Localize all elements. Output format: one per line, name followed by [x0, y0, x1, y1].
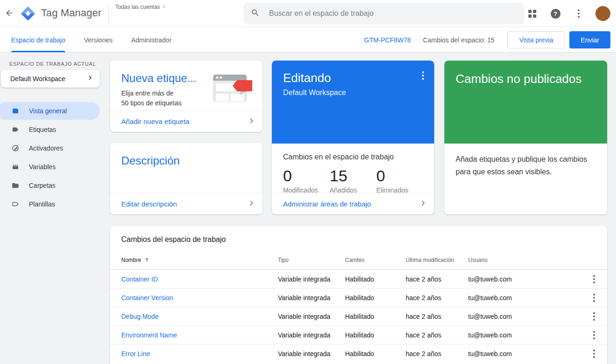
kebab-menu-icon	[593, 294, 595, 302]
chevron-right-icon	[248, 117, 255, 126]
row-user: tu@tuweb.com	[468, 313, 581, 320]
row-change: Habilitado	[345, 275, 406, 283]
unpublished-title: Cambios no publicados	[456, 72, 596, 86]
tag-icon	[11, 125, 20, 134]
row-menu-button[interactable]	[588, 310, 601, 323]
manage-workspaces-action[interactable]: Administrar áreas de trabajo	[272, 193, 434, 214]
unpublished-body-text: Añada etiquetas y publique los cambios p…	[456, 153, 595, 178]
table-row: Environment Name Variable integrada Habi…	[110, 326, 607, 344]
row-name-link[interactable]: Debug Mode	[121, 313, 278, 320]
row-modified: hace 2 años	[406, 294, 468, 302]
workspace-selector[interactable]: Default Workspace	[1, 70, 100, 88]
workspace-name: Default Workspace	[10, 75, 87, 82]
row-name-link[interactable]: Container Version	[121, 294, 278, 302]
sidebar-nav: Vista general Etiquetas Activadores	[0, 102, 100, 213]
sidebar: ESPACIO DE TRABAJO ACTUAL Default Worksp…	[0, 53, 110, 364]
row-type: Variable integrada	[278, 350, 345, 357]
row-name-link[interactable]: Container ID	[121, 275, 278, 283]
sidebar-item-variables[interactable]: Variables	[0, 158, 100, 176]
column-header-nombre[interactable]: Nombre	[121, 257, 278, 264]
kebab-menu-icon	[593, 331, 595, 339]
folder-icon	[11, 181, 20, 190]
manage-workspaces-label: Administrar áreas de trabajo	[283, 200, 419, 208]
user-avatar[interactable]	[595, 6, 610, 21]
row-type: Variable integrada	[278, 294, 345, 302]
workspace-search[interactable]	[243, 3, 524, 24]
gtm-page: Tag Manager Todas las cuentas	[0, 0, 616, 364]
sidebar-item-plantillas[interactable]: Plantillas	[0, 195, 100, 213]
tabs: Espacio de trabajo Versiones Administrad…	[0, 27, 181, 52]
page-body: ESPACIO DE TRABAJO ACTUAL Default Worksp…	[0, 53, 616, 364]
tag-illustration-icon	[213, 73, 252, 103]
add-new-tag-action[interactable]: Añadir nueva etiqueta	[110, 110, 263, 132]
overview-icon	[11, 107, 20, 115]
submit-button[interactable]: Enviar	[569, 31, 610, 48]
row-menu-button[interactable]	[588, 329, 601, 342]
workspace-changes-count: Cambios del espacio: 15	[423, 36, 494, 44]
column-header-ultima-modificacion[interactable]: Última modificación	[406, 257, 468, 263]
sidebar-item-activadores[interactable]: Activadores	[0, 139, 100, 157]
editing-workspace-name: Default Workspace	[283, 89, 427, 97]
back-button[interactable]	[0, 4, 19, 23]
column-header-cambio[interactable]: Cambio	[345, 257, 406, 263]
apps-grid-button[interactable]	[526, 7, 539, 20]
row-menu-button[interactable]	[588, 347, 601, 360]
row-user: tu@tuweb.com	[468, 275, 581, 283]
row-modified: hace 2 años	[406, 275, 468, 283]
editing-card: Editando Default Workspace Cambios en el…	[272, 61, 434, 214]
column-header-tipo[interactable]: Tipo	[278, 257, 345, 263]
row-name-link[interactable]: Environment Name	[121, 331, 278, 339]
row-menu-button[interactable]	[588, 291, 601, 304]
unpublished-card-body: Añada etiquetas y publique los cambios p…	[444, 144, 607, 214]
more-options-button[interactable]	[572, 7, 585, 20]
breadcrumb[interactable]: Todas las cuentas	[115, 4, 166, 10]
row-menu-button[interactable]	[588, 273, 601, 286]
tab-espacio-de-trabajo[interactable]: Espacio de trabajo	[11, 27, 75, 52]
table-header-row: Nombre Tipo Cambio Última modificación U…	[110, 251, 607, 270]
sidebar-item-vista-general[interactable]: Vista general	[0, 102, 100, 120]
new-tag-card: Nueva etique... Elija entre más de 50 ti…	[110, 61, 263, 132]
stat-eliminados: 0 Eliminados	[376, 167, 423, 194]
preview-button[interactable]: Vista previa	[507, 31, 565, 48]
row-modified: hace 2 años	[406, 350, 468, 357]
search-icon	[251, 8, 260, 19]
row-change: Habilitado	[345, 294, 406, 302]
table-row: Container ID Variable integrada Habilita…	[110, 270, 607, 288]
help-icon	[551, 9, 561, 19]
sidebar-item-etiquetas[interactable]: Etiquetas	[0, 121, 100, 138]
workspace-changes-stats: Cambios en el espacio de trabajo 0 Modif…	[272, 144, 434, 193]
edit-description-label: Editar descripción	[121, 200, 248, 208]
help-button[interactable]	[549, 7, 562, 20]
breadcrumb-label: Todas las cuentas	[115, 4, 160, 10]
container-id-link[interactable]: GTM-PCF8W78	[364, 36, 411, 44]
kebab-menu-icon	[593, 350, 595, 358]
tabbar-right: GTM-PCF8W78 Cambios del espacio: 15 Vist…	[364, 31, 616, 48]
back-arrow-icon	[5, 8, 14, 19]
sidebar-item-carpetas[interactable]: Carpetas	[0, 177, 100, 194]
unpublished-changes-card: Cambios no publicados Añada etiquetas y …	[444, 61, 607, 214]
kebab-menu-icon	[593, 275, 595, 283]
row-change: Habilitado	[345, 313, 406, 320]
variable-icon	[11, 163, 20, 171]
row-type: Variable integrada	[278, 313, 345, 320]
template-icon	[11, 200, 20, 208]
chevron-right-icon	[87, 75, 93, 83]
tag-manager-logo-icon	[21, 6, 35, 21]
row-type: Variable integrada	[278, 331, 345, 339]
column-header-usuario[interactable]: Usuario	[468, 257, 581, 263]
row-name-link[interactable]: Error Line	[121, 350, 278, 357]
topbar-actions	[526, 0, 610, 27]
chevron-right-icon	[419, 199, 427, 209]
search-input[interactable]	[269, 9, 517, 18]
editing-card-menu-button[interactable]	[416, 69, 429, 82]
chevron-right-icon	[162, 4, 166, 10]
table-row: Container Version Variable integrada Hab…	[110, 288, 607, 307]
row-modified: hace 2 años	[406, 313, 468, 320]
sort-ascending-icon	[144, 257, 150, 264]
row-modified: hace 2 años	[406, 331, 468, 339]
kebab-menu-icon	[593, 312, 595, 321]
edit-description-action[interactable]: Editar descripción	[110, 193, 263, 214]
tab-administrador[interactable]: Administrador	[122, 27, 180, 52]
chevron-right-icon	[248, 199, 255, 209]
tab-versiones[interactable]: Versiones	[75, 27, 122, 52]
